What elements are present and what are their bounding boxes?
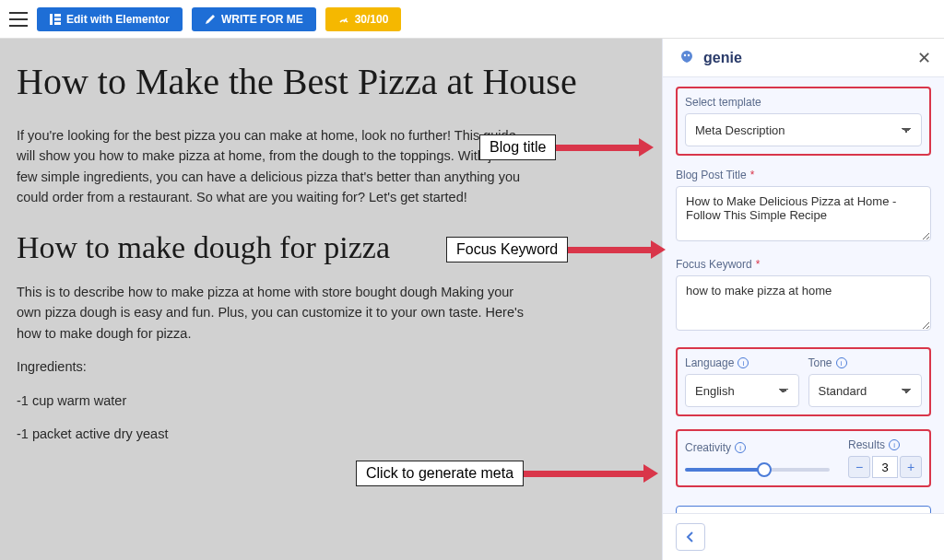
write-for-me-button[interactable]: WRITE FOR ME (192, 7, 316, 31)
tone-label: Tone i (808, 356, 923, 369)
language-label: Language i (685, 356, 799, 369)
info-icon[interactable]: i (735, 442, 746, 453)
write-button[interactable]: WRITE (676, 506, 931, 513)
post-heading-1: How to Make the Best Pizza at House (17, 61, 645, 103)
post-heading-2: How to make dough for pizza (17, 230, 645, 265)
language-select[interactable]: English (685, 374, 799, 407)
button-label: Edit with Elementor (66, 13, 170, 26)
close-icon[interactable]: ✕ (917, 48, 931, 68)
back-button[interactable] (676, 523, 705, 551)
results-label: Results i (848, 438, 922, 451)
button-label: 30/100 (355, 13, 389, 26)
focus-keyword-input[interactable] (676, 275, 931, 331)
post-paragraph: Ingredients: (17, 356, 533, 377)
button-label: WRITE FOR ME (221, 13, 303, 26)
creativity-label: Creativity i (685, 441, 830, 454)
focus-keyword-section: Focus Keyword * (676, 258, 931, 334)
genie-panel: genie ✕ Select template Meta Description… (662, 39, 944, 560)
svg-rect-2 (54, 18, 61, 20)
post-paragraph: If you're looking for the best pizza you… (17, 125, 533, 208)
template-section: Select template Meta Description (676, 87, 931, 156)
decrement-button[interactable]: − (848, 456, 870, 478)
panel-footer (663, 513, 944, 560)
creativity-results-section: Creativity i Results i − + (676, 429, 931, 487)
blog-title-section: Blog Post Title * (676, 169, 931, 245)
top-toolbar: Edit with Elementor WRITE FOR ME 30/100 (0, 0, 944, 39)
svg-rect-3 (54, 22, 61, 25)
creativity-slider[interactable] (685, 468, 830, 472)
svg-rect-0 (50, 14, 53, 25)
svg-rect-1 (54, 14, 61, 17)
seo-score-button[interactable]: 30/100 (325, 7, 402, 31)
info-icon[interactable]: i (738, 357, 749, 368)
chevron-left-icon (686, 531, 695, 542)
info-icon[interactable]: i (889, 439, 900, 450)
tone-select[interactable]: Standard (808, 374, 923, 407)
template-label: Select template (685, 96, 922, 109)
template-select[interactable]: Meta Description (685, 113, 922, 146)
genie-icon (676, 47, 698, 69)
brand-text: genie (703, 50, 742, 66)
svg-point-6 (684, 53, 686, 55)
post-paragraph: -1 packet active dry yeast (17, 424, 533, 444)
edit-elementor-button[interactable]: Edit with Elementor (37, 7, 183, 31)
results-stepper: − + (848, 456, 922, 478)
blog-title-label: Blog Post Title * (676, 169, 931, 181)
post-paragraph: This is to describe how to make pizza at… (17, 282, 533, 344)
gauge-icon (338, 14, 349, 25)
lang-tone-section: Language i English Tone i Standard (676, 347, 931, 416)
elementor-icon (50, 14, 61, 25)
panel-header: genie ✕ (663, 39, 944, 77)
results-value[interactable] (872, 456, 898, 478)
brand-logo: genie (676, 47, 742, 69)
panel-body: Select template Meta Description Blog Po… (663, 77, 944, 513)
pencil-icon (205, 14, 216, 25)
editor-area[interactable]: How to Make the Best Pizza at House If y… (0, 39, 662, 560)
focus-keyword-label: Focus Keyword * (676, 258, 931, 271)
hamburger-icon[interactable] (9, 12, 28, 27)
increment-button[interactable]: + (900, 456, 922, 478)
svg-point-7 (688, 53, 690, 55)
post-paragraph: -1 cup warm water (17, 391, 533, 411)
blog-title-input[interactable] (676, 186, 931, 241)
info-icon[interactable]: i (836, 357, 847, 368)
